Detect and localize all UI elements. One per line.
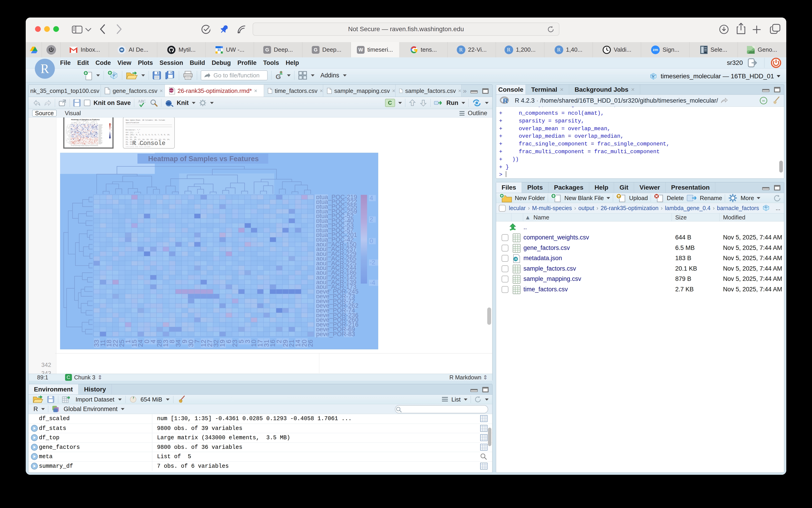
svg-text:Heatmap of Samples vs Features: Heatmap of Samples vs Features: [148, 155, 259, 163]
svg-text:-4: -4: [370, 279, 375, 286]
svg-text:R: R: [113, 73, 116, 77]
svg-text:2: 2: [370, 216, 373, 223]
svg-text:∞: ∞: [762, 98, 765, 103]
svg-text:-2: -2: [370, 259, 375, 266]
svg-text:4: 4: [370, 195, 373, 202]
svg-text:Rmd: Rmd: [169, 89, 173, 92]
svg-text:R: R: [652, 74, 655, 79]
svg-text:ABC: ABC: [138, 99, 146, 103]
svg-text:peve_POR-83: peve_POR-83: [316, 331, 355, 338]
svg-text:Heatmap of Samples vs Features: Heatmap of Samples vs Features: [71, 119, 100, 121]
svg-text:0: 0: [370, 238, 373, 245]
svg-text:31: 31: [217, 48, 221, 52]
svg-text:R: R: [765, 205, 767, 209]
svg-text:R: R: [503, 97, 508, 104]
svg-text:JS: JS: [514, 258, 517, 260]
svg-text:26: 26: [307, 340, 314, 347]
